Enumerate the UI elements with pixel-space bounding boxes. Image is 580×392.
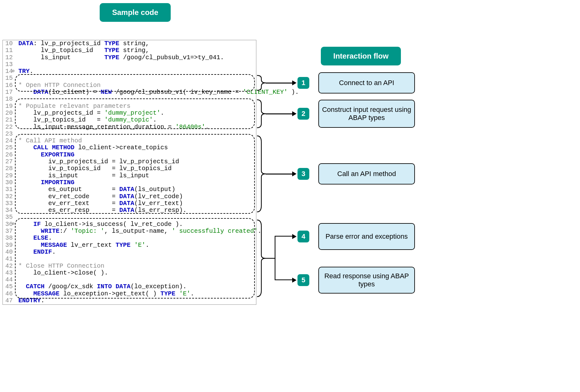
code-text: IF lo_client->is_success( lv_ret_code ).	[15, 221, 256, 228]
code-line: 38 ELSE.	[3, 235, 256, 241]
line-number: 40	[3, 249, 15, 256]
line-number: 42	[3, 263, 15, 270]
code-line: 37 WRITE:/ 'Topic: ', ls_output-name, ' …	[3, 228, 256, 235]
line-number: 46	[3, 290, 15, 297]
line-number: 11	[3, 47, 15, 54]
step-label: Construct input request using ABAP types	[321, 106, 412, 122]
line-number: 25	[3, 144, 15, 151]
code-line: 15	[3, 75, 256, 82]
code-line: 29 is_input = ls_input	[3, 172, 256, 179]
code-line: 13	[3, 61, 256, 68]
line-number: 23	[3, 131, 15, 137]
code-text	[15, 276, 256, 283]
arrow-3	[266, 174, 292, 174]
code-text: CALL METHOD lo_client->create_topics	[15, 144, 256, 151]
line-number: 20	[3, 110, 15, 117]
code-text: lv_p_projects_id = 'dummy_project'.	[15, 110, 256, 117]
code-line: 28 iv_p_topics_id = lv_p_topics_id	[3, 165, 256, 172]
line-number: 22	[3, 124, 15, 131]
code-line: 11 lv_p_topics_id TYPE string,	[3, 47, 256, 54]
step-badge-5: 5	[297, 274, 309, 286]
code-text	[15, 75, 256, 82]
code-line: 20 lv_p_projects_id = 'dummy_project'.	[3, 110, 256, 117]
fold-icon: ⊖	[12, 69, 15, 73]
line-number: 19	[3, 103, 15, 110]
code-text: lo_client->close( ).	[15, 270, 256, 276]
step-box-3: Call an API method	[318, 163, 415, 184]
line-number: 27	[3, 158, 15, 165]
code-line: 16 * Open HTTP Connection	[3, 82, 256, 89]
line-number: 39	[3, 242, 15, 249]
code-text: * Call API method	[15, 137, 256, 144]
code-line: 33 ev_err_text = DATA(lv_err_text)	[3, 200, 256, 207]
arrowhead-4	[292, 234, 297, 239]
line-number: 32	[3, 193, 15, 200]
line-number: 12	[3, 54, 15, 61]
code-line: 17 DATA(lo_client) = NEW /goog/cl_pubsub…	[3, 89, 256, 96]
code-text: CATCH /goog/cx_sdk INTO DATA(lo_exceptio…	[15, 283, 256, 290]
code-line: 41	[3, 256, 256, 262]
line-number: 15	[3, 75, 15, 82]
step-badge-4: 4	[297, 231, 309, 242]
code-text: lv_p_topics_id = 'dummy_topic'.	[15, 117, 256, 123]
code-text: DATA: lv_p_projects_id TYPE string,	[15, 40, 256, 47]
code-line: 45 CATCH /goog/cx_sdk INTO DATA(lo_excep…	[3, 283, 256, 290]
line-number: 10	[3, 40, 15, 47]
code-line: 31 es_output = DATA(ls_output)	[3, 186, 256, 193]
code-text: MESSAGE lo_exception->get_text( ) TYPE '…	[15, 290, 256, 297]
line-number: 28	[3, 165, 15, 172]
sample-code-title: Sample code	[100, 3, 171, 22]
code-line: 40 ENDIF.	[3, 249, 256, 256]
step-label: Call an API method	[337, 170, 396, 178]
code-text	[15, 131, 256, 137]
fold-icon: ⊖	[12, 222, 15, 226]
line-number: 41	[3, 256, 15, 262]
code-text: * Open HTTP Connection	[15, 82, 256, 89]
code-line: 21 lv_p_topics_id = 'dummy_topic'.	[3, 117, 256, 123]
arrowhead-5	[292, 278, 297, 283]
line-number: 17	[3, 89, 15, 96]
code-text	[15, 96, 256, 103]
arrowhead-3	[292, 171, 297, 176]
step-label: Connect to an API	[339, 79, 394, 87]
code-text: MESSAGE lv_err_text TYPE 'E'.	[15, 242, 256, 249]
line-number: 35	[3, 214, 15, 221]
code-text: ls_input-message_retention_duration = '8…	[15, 124, 256, 131]
step-badge-3: 3	[297, 168, 309, 180]
code-line: 34 es_err_resp = DATA(ls_err_resp).	[3, 207, 256, 214]
code-text: IMPORTING	[15, 179, 256, 186]
code-line: 26 EXPORTING	[3, 151, 256, 158]
line-number: 24	[3, 137, 15, 144]
line-number: 34	[3, 207, 15, 214]
line-number: 30	[3, 179, 15, 186]
code-line: 14 TRY.	[3, 68, 256, 75]
line-number: 16	[3, 82, 15, 89]
code-line: 47 ENDTRY.	[3, 297, 256, 304]
code-text: ev_ret_code = DATA(lv_ret_code)	[15, 193, 256, 200]
line-number: 31	[3, 186, 15, 193]
step-badge-1: 1	[297, 77, 309, 89]
code-text: lv_p_topics_id TYPE string,	[15, 47, 256, 54]
code-line: 36 IF lo_client->is_success( lv_ret_code…	[3, 221, 256, 228]
code-line: 30 IMPORTING	[3, 179, 256, 186]
arrowhead-2	[292, 111, 297, 116]
step-box-2: Construct input request using ABAP types	[318, 100, 415, 128]
code-text: is_input = ls_input	[15, 172, 256, 179]
code-text: ENDTRY.	[15, 297, 256, 304]
code-line: 18	[3, 96, 256, 103]
line-number: 13	[3, 61, 15, 68]
code-text: es_output = DATA(ls_output)	[15, 186, 256, 193]
step-label: Read response using ABAP types	[321, 272, 412, 288]
line-number: 45	[3, 283, 15, 290]
code-line: 12 ls_input TYPE /goog/cl_pubsub_v1=>ty_…	[3, 54, 256, 61]
code-text: ls_input TYPE /goog/cl_pubsub_v1=>ty_041…	[15, 54, 256, 61]
interaction-flow-title: Interaction flow	[321, 47, 401, 65]
code-text: ELSE.	[15, 235, 256, 241]
code-line: 25 CALL METHOD lo_client->create_topics	[3, 144, 256, 151]
code-editor: 10 DATA: lv_p_projects_id TYPE string,11…	[2, 40, 256, 305]
code-text: TRY.	[15, 68, 256, 75]
arrow-1	[266, 83, 292, 84]
line-number: 21	[3, 117, 15, 123]
code-text	[15, 256, 256, 262]
code-line: 46 MESSAGE lo_exception->get_text( ) TYP…	[3, 290, 256, 297]
